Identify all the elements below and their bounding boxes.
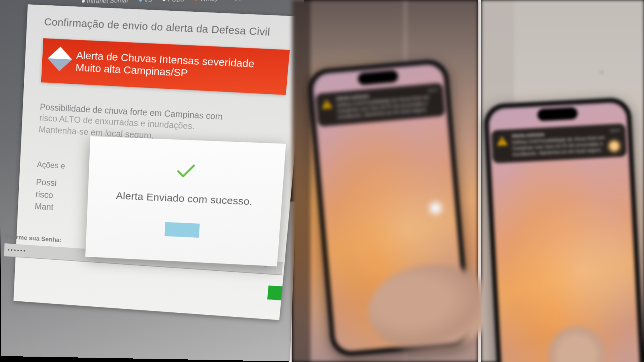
- alert-text: agora Alerta extremo Defesa Civil:Possib…: [336, 87, 439, 120]
- alert-text: agora Alerta extremo Defesa Civil:Possib…: [512, 128, 621, 158]
- alert-time: agora: [427, 87, 438, 93]
- left-screenshot: Intranet Somar V3 PCDs Windy So Confirma…: [0, 0, 305, 361]
- middle-photo: agora Alerta extremo Defesa Civil:Possib…: [292, 0, 478, 362]
- tab-so[interactable]: So: [228, 0, 243, 2]
- warning-triangle-icon: [321, 98, 333, 110]
- alert-banner: Alerta de Chuvas Intensas severidade Mui…: [41, 38, 290, 95]
- ok-button[interactable]: [165, 222, 200, 238]
- page-title: Confirmação de envio do alerta da Defesa…: [44, 16, 292, 39]
- tab-windy[interactable]: Windy: [195, 0, 219, 3]
- tab-pcds[interactable]: PCDs: [162, 0, 185, 4]
- svg-rect-2: [501, 139, 503, 142]
- phone-right: agora Alerta extremo Defesa Civil:Possib…: [483, 97, 644, 362]
- tab-v3[interactable]: V3: [139, 0, 153, 4]
- submit-button-corner[interactable]: [267, 286, 282, 300]
- success-popup: Alerta Enviado com sucesso.: [85, 136, 286, 266]
- dynamic-island: [537, 107, 578, 121]
- phone-left: agora Alerta extremo Defesa Civil:Possib…: [307, 58, 472, 357]
- tab-intranet[interactable]: Intranet Somar: [81, 0, 129, 5]
- alert-time: agora: [610, 128, 620, 133]
- alert-banner-text: Alerta de Chuvas Intensas severidade Mui…: [75, 49, 278, 84]
- emergency-alert-toast[interactable]: agora Alerta extremo Defesa Civil:Possib…: [491, 123, 627, 163]
- right-photo: agora Alerta extremo Defesa Civil:Possib…: [481, 0, 644, 362]
- success-message: Alerta Enviado com sucesso.: [116, 190, 253, 207]
- alert-diamond-icon: [48, 47, 72, 71]
- phone-body: agora Alerta extremo Defesa Civil:Possib…: [483, 97, 644, 362]
- svg-rect-1: [326, 107, 328, 108]
- svg-rect-3: [502, 143, 503, 145]
- checkmark-icon: [173, 158, 199, 183]
- warning-triangle-icon: [496, 135, 508, 147]
